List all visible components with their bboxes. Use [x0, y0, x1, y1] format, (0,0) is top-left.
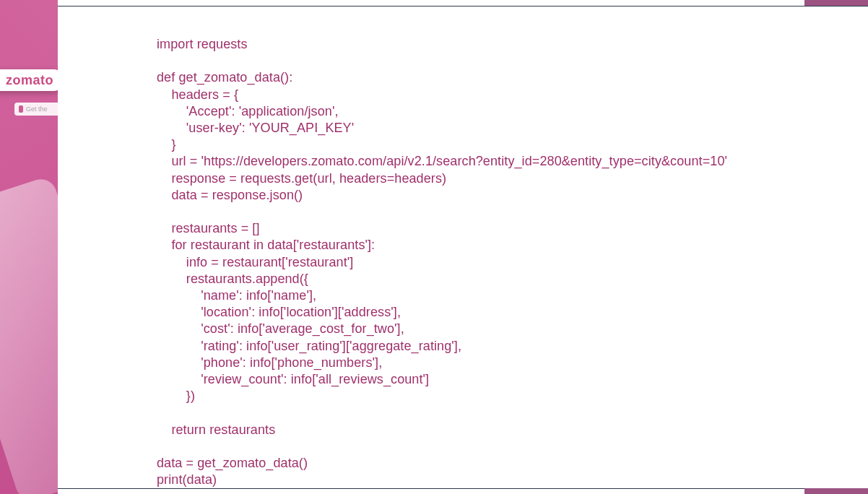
code-area: import requests def get_zomato_data(): h…: [157, 36, 796, 472]
getthe-text: Get the: [26, 105, 48, 113]
phone-icon: [19, 105, 23, 113]
accent-bar-bottom: [804, 488, 868, 494]
getthe-pill: Get the: [14, 103, 58, 116]
header-rule: [58, 6, 868, 6]
brand-pill: zomato: [0, 69, 58, 91]
slide: zomato Get the import requests def get_z…: [0, 0, 868, 494]
accent-bar-top: [804, 0, 868, 6]
brand-text: zomato: [6, 73, 53, 88]
footer-rule: [58, 488, 868, 489]
sidebar-image: zomato Get the: [0, 0, 58, 494]
code-block: import requests def get_zomato_data(): h…: [157, 36, 796, 488]
